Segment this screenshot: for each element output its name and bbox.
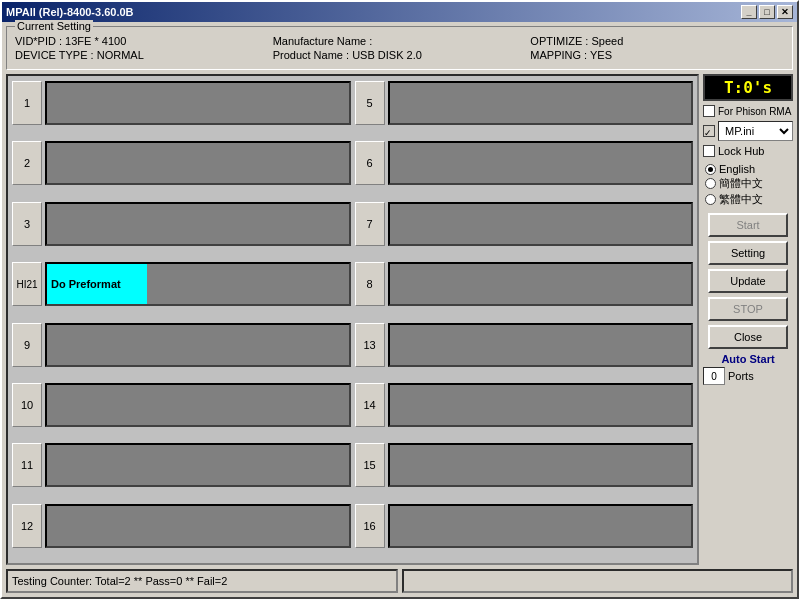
port-row-7: 7 — [355, 201, 694, 247]
port-display-15 — [388, 443, 694, 487]
window-title: MPAll (Rel)-8400-3.60.0B — [6, 6, 134, 18]
port-display-5 — [388, 81, 694, 125]
port-num-10: 10 — [12, 383, 42, 427]
port-display-hi21: Do Preformat — [45, 262, 351, 306]
group-label: Current Setting — [15, 20, 93, 32]
auto-start-ports-input[interactable] — [703, 367, 725, 385]
port-display-14 — [388, 383, 694, 427]
main-area: 1 5 2 6 — [6, 74, 793, 565]
current-setting-group: Current Setting VID*PID : 13FE * 4100 Ma… — [6, 26, 793, 70]
lock-hub-label: Lock Hub — [718, 145, 764, 157]
start-button[interactable]: Start — [708, 213, 788, 237]
ports-panel: 1 5 2 6 — [6, 74, 699, 565]
port-row-1: 1 — [12, 80, 351, 126]
port-row-6: 6 — [355, 140, 694, 186]
port-num-14: 14 — [355, 383, 385, 427]
mapping: MAPPING : YES — [530, 49, 784, 61]
side-panel: T:0's For Phison RMA ✓ MP.ini — [703, 74, 793, 565]
lock-hub-checkbox[interactable] — [703, 145, 715, 157]
port-row-9: 9 — [12, 322, 351, 368]
for-phison-checkbox[interactable] — [703, 105, 715, 117]
auto-start-label: Auto Start — [703, 353, 793, 365]
port-status-hi21: Do Preformat — [47, 264, 147, 304]
port-num-15: 15 — [355, 443, 385, 487]
status-counter: Testing Counter: Total=2 ** Pass=0 ** Fa… — [6, 569, 398, 593]
port-num-2: 2 — [12, 141, 42, 185]
lang-traditional-label: 繁體中文 — [719, 192, 763, 207]
main-window: MPAll (Rel)-8400-3.60.0B _ □ ✕ Current S… — [0, 0, 799, 599]
lang-traditional-radio[interactable] — [705, 194, 716, 205]
port-display-10 — [45, 383, 351, 427]
port-display-1 — [45, 81, 351, 125]
lang-english-row: English — [705, 163, 791, 175]
auto-start-section: Auto Start Ports — [703, 353, 793, 385]
port-row-3: 3 — [12, 201, 351, 247]
lang-english-radio[interactable] — [705, 164, 716, 175]
port-display-3 — [45, 202, 351, 246]
port-row-14: 14 — [355, 382, 694, 428]
minimize-button[interactable]: _ — [741, 5, 757, 19]
port-row-2: 2 — [12, 140, 351, 186]
auto-start-ports-label: Ports — [728, 370, 754, 382]
port-display-16 — [388, 504, 694, 548]
port-num-7: 7 — [355, 202, 385, 246]
port-display-7 — [388, 202, 694, 246]
close-button[interactable]: Close — [708, 325, 788, 349]
stop-button[interactable]: STOP — [708, 297, 788, 321]
title-bar: MPAll (Rel)-8400-3.60.0B _ □ ✕ — [2, 2, 797, 22]
manufacture-label: Manufacture Name : — [273, 35, 527, 47]
title-controls: _ □ ✕ — [741, 5, 793, 19]
port-row-hi21: HI21 Do Preformat — [12, 261, 351, 307]
device-type: DEVICE TYPE : NORMAL — [15, 49, 269, 61]
lang-simplified-label: 簡體中文 — [719, 176, 763, 191]
port-num-16: 16 — [355, 504, 385, 548]
product-name: Product Name : USB DISK 2.0 — [273, 49, 527, 61]
lang-simplified-radio[interactable] — [705, 178, 716, 189]
port-row-13: 13 — [355, 322, 694, 368]
setting-button[interactable]: Setting — [708, 241, 788, 265]
status-extra — [402, 569, 794, 593]
vid-pid: VID*PID : 13FE * 4100 — [15, 35, 269, 47]
port-row-12: 12 — [12, 503, 351, 549]
port-num-11: 11 — [12, 443, 42, 487]
port-row-10: 10 — [12, 382, 351, 428]
port-display-2 — [45, 141, 351, 185]
port-num-12: 12 — [12, 504, 42, 548]
port-num-hi21: HI21 — [12, 262, 42, 306]
port-num-9: 9 — [12, 323, 42, 367]
settings-grid: VID*PID : 13FE * 4100 Manufacture Name :… — [15, 35, 784, 61]
port-row-15: 15 — [355, 442, 694, 488]
port-display-13 — [388, 323, 694, 367]
mpini-row: ✓ MP.ini — [703, 121, 793, 141]
auto-start-ports-row: Ports — [703, 367, 793, 385]
mpini-checkbox[interactable]: ✓ — [703, 125, 715, 137]
port-num-1: 1 — [12, 81, 42, 125]
port-display-11 — [45, 443, 351, 487]
port-display-8 — [388, 262, 694, 306]
port-num-3: 3 — [12, 202, 42, 246]
window-body: Current Setting VID*PID : 13FE * 4100 Ma… — [2, 22, 797, 597]
for-phison-row: For Phison RMA — [703, 105, 793, 117]
port-num-5: 5 — [355, 81, 385, 125]
lang-english-label: English — [719, 163, 755, 175]
lang-simplified-row: 簡體中文 — [705, 176, 791, 191]
port-num-6: 6 — [355, 141, 385, 185]
port-display-9 — [45, 323, 351, 367]
port-display-6 — [388, 141, 694, 185]
port-row-11: 11 — [12, 442, 351, 488]
optimize: OPTIMIZE : Speed — [530, 35, 784, 47]
maximize-button[interactable]: □ — [759, 5, 775, 19]
ports-grid: 1 5 2 6 — [12, 80, 693, 559]
mpini-dropdown[interactable]: MP.ini — [718, 121, 793, 141]
status-bar: Testing Counter: Total=2 ** Pass=0 ** Fa… — [6, 569, 793, 593]
update-button[interactable]: Update — [708, 269, 788, 293]
lang-traditional-row: 繁體中文 — [705, 192, 791, 207]
port-display-12 — [45, 504, 351, 548]
lock-hub-row: Lock Hub — [703, 145, 793, 157]
port-row-8: 8 — [355, 261, 694, 307]
port-num-13: 13 — [355, 323, 385, 367]
timer-display: T:0's — [703, 74, 793, 101]
close-window-button[interactable]: ✕ — [777, 5, 793, 19]
for-phison-label: For Phison RMA — [718, 106, 791, 117]
port-num-8: 8 — [355, 262, 385, 306]
